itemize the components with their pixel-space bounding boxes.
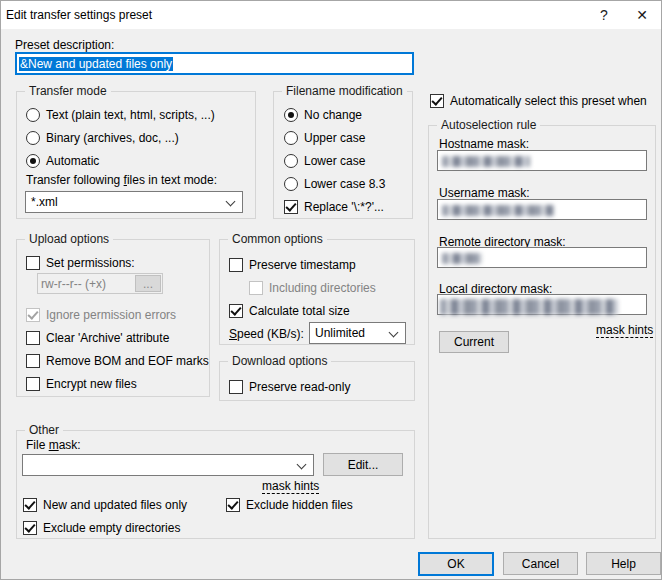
filename-lower-case-radio[interactable]: Lower case <box>284 153 365 168</box>
radio-icon <box>26 131 40 145</box>
checkbox-icon <box>26 256 40 270</box>
remove-bom-label: Remove BOM and EOF marks <box>46 354 209 368</box>
preset-description-input[interactable]: &New and updated files only <box>15 52 414 75</box>
transfer-mode-binary-label: Binary (archives, doc, ...) <box>46 131 179 145</box>
ok-button[interactable]: OK <box>418 552 494 576</box>
transfer-mode-text-radio[interactable]: Text (plain text, html, scripts, ...) <box>26 107 215 122</box>
filename-replace-label: Replace '\:*?'... <box>304 200 384 214</box>
preserve-read-only-label: Preserve read-only <box>249 380 350 394</box>
auto-select-preset-checkbox[interactable]: Automatically select this preset when <box>430 93 647 108</box>
transfer-mode-text-label: Text (plain text, html, scripts, ...) <box>46 108 215 122</box>
preserve-timestamp-label: Preserve timestamp <box>249 258 356 272</box>
transfer-mode-automatic-label: Automatic <box>46 154 99 168</box>
clear-archive-checkbox[interactable]: Clear 'Archive' attribute <box>26 330 169 345</box>
auto-select-preset-label: Automatically select this preset when <box>450 94 647 108</box>
permissions-browse-button: ... <box>135 275 161 292</box>
calculate-total-size-label: Calculate total size <box>249 304 350 318</box>
text-mode-files-combobox[interactable]: *.xml <box>25 191 243 213</box>
filename-upper-case-radio[interactable]: Upper case <box>284 130 365 145</box>
redacted-text <box>442 205 554 216</box>
new-and-updated-files-only-label: New and updated files only <box>43 498 187 512</box>
chevron-down-icon <box>297 460 307 470</box>
set-permissions-checkbox[interactable]: Set permissions: <box>26 255 135 270</box>
checkbox-checked-disabled-icon <box>26 308 40 322</box>
download-options-group-title: Download options <box>228 354 331 368</box>
window-title: Edit transfer settings preset <box>6 8 152 22</box>
redacted-text <box>442 253 482 264</box>
radio-selected-icon <box>26 154 40 168</box>
encrypt-new-files-checkbox[interactable]: Encrypt new files <box>26 376 137 391</box>
checkbox-icon <box>229 258 243 272</box>
other-group-title: Other <box>25 423 63 437</box>
clear-archive-label: Clear 'Archive' attribute <box>46 331 169 345</box>
filename-lower-case-label: Lower case <box>304 154 365 168</box>
preserve-timestamp-checkbox[interactable]: Preserve timestamp <box>229 257 356 272</box>
hostname-mask-label: Hostname mask: <box>439 137 529 151</box>
radio-icon <box>284 154 298 168</box>
help-button[interactable]: Help <box>586 552 661 575</box>
edit-transfer-settings-preset-dialog: Edit transfer settings preset ? ✕ Preset… <box>0 0 662 580</box>
speed-value: Unlimited <box>315 326 365 340</box>
filename-replace-checkbox[interactable]: Replace '\:*?'... <box>284 199 384 214</box>
checkbox-icon <box>26 331 40 345</box>
checkbox-checked-icon <box>23 521 37 535</box>
transfer-mode-group-title: Transfer mode <box>25 84 111 98</box>
upload-options-group-title: Upload options <box>25 232 113 246</box>
titlebar: Edit transfer settings preset ? ✕ <box>1 1 661 29</box>
common-options-group-title: Common options <box>228 232 327 246</box>
chevron-down-icon <box>226 197 236 207</box>
hostname-mask-input[interactable] <box>437 150 647 171</box>
cancel-button[interactable]: Cancel <box>503 552 578 575</box>
close-icon[interactable]: ✕ <box>625 1 659 29</box>
text-mode-files-label: Transfer following files in text mode: <box>26 173 217 187</box>
current-button[interactable]: Current <box>439 331 509 353</box>
exclude-hidden-files-label: Exclude hidden files <box>246 498 353 512</box>
exclude-empty-directories-label: Exclude empty directories <box>43 521 180 535</box>
exclude-empty-directories-checkbox[interactable]: Exclude empty directories <box>23 520 180 535</box>
file-mask-hints-link[interactable]: mask hints <box>262 479 319 494</box>
remove-bom-checkbox[interactable]: Remove BOM and EOF marks <box>26 353 209 368</box>
ignore-permission-errors-checkbox: Ignore permission errors <box>26 307 176 322</box>
including-directories-label: Including directories <box>269 281 376 295</box>
file-mask-combobox[interactable] <box>22 454 314 476</box>
transfer-mode-automatic-radio[interactable]: Automatic <box>26 153 99 168</box>
encrypt-new-files-label: Encrypt new files <box>46 377 137 391</box>
filename-lower-case-83-radio[interactable]: Lower case 8.3 <box>284 176 385 191</box>
autoselection-mask-hints-link[interactable]: mask hints <box>596 323 653 338</box>
filename-no-change-label: No change <box>304 108 362 122</box>
calculate-total-size-checkbox[interactable]: Calculate total size <box>229 303 350 318</box>
text-mode-files-value: *.xml <box>31 195 58 209</box>
help-icon[interactable]: ? <box>587 1 621 29</box>
redacted-text <box>442 156 530 167</box>
filename-upper-case-label: Upper case <box>304 131 365 145</box>
checkbox-checked-icon <box>430 94 444 108</box>
checkbox-icon <box>229 380 243 394</box>
preset-description-label: Preset description: <box>15 38 114 52</box>
edit-button[interactable]: Edit... <box>323 453 403 476</box>
including-directories-checkbox: Including directories <box>249 280 376 295</box>
ellipsis-icon: ... <box>143 277 153 291</box>
checkbox-checked-icon <box>284 200 298 214</box>
redacted-text <box>440 299 618 315</box>
file-mask-label: File mask: <box>26 438 81 452</box>
username-mask-input[interactable] <box>437 199 647 220</box>
transfer-mode-binary-radio[interactable]: Binary (archives, doc, ...) <box>26 130 179 145</box>
new-and-updated-files-only-checkbox[interactable]: New and updated files only <box>23 497 187 512</box>
local-directory-mask-input[interactable] <box>437 294 647 315</box>
username-mask-label: Username mask: <box>439 186 530 200</box>
ignore-permission-errors-label: Ignore permission errors <box>46 308 176 322</box>
checkbox-checked-icon <box>229 304 243 318</box>
chevron-down-icon <box>389 328 399 338</box>
speed-label: Speed (KB/s): <box>229 327 304 341</box>
permissions-value: rw-r--r-- (+x) <box>41 277 106 291</box>
preserve-read-only-checkbox[interactable]: Preserve read-only <box>229 379 350 394</box>
checkbox-icon <box>26 354 40 368</box>
radio-icon <box>284 177 298 191</box>
filename-no-change-radio[interactable]: No change <box>284 107 362 122</box>
checkbox-icon <box>26 377 40 391</box>
exclude-hidden-files-checkbox[interactable]: Exclude hidden files <box>226 497 353 512</box>
checkbox-disabled-icon <box>249 281 263 295</box>
remote-directory-mask-input[interactable] <box>437 247 647 268</box>
speed-combobox[interactable]: Unlimited <box>309 322 406 344</box>
set-permissions-label: Set permissions: <box>46 256 135 270</box>
